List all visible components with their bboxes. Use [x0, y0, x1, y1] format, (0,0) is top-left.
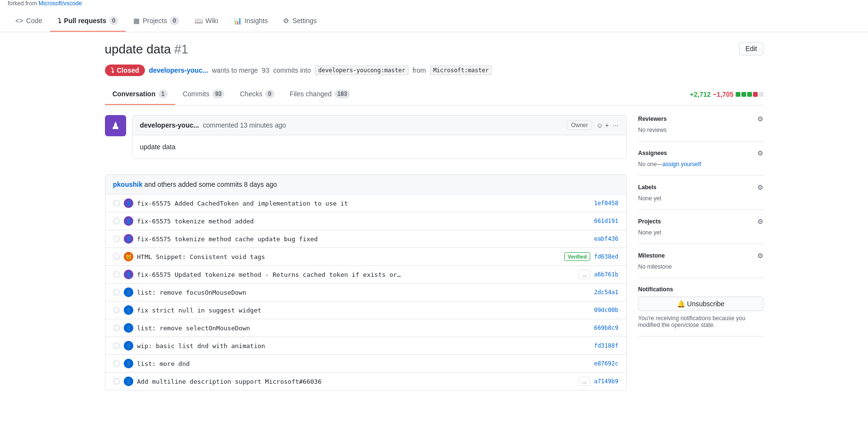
milestone-title: Milestone — [638, 252, 665, 259]
nav-tab-icon-insights: 📊 — [233, 17, 242, 25]
closed-badge: ⤵ Closed — [105, 65, 145, 76]
pr-tab-badge-commits: 93 — [212, 90, 224, 98]
nav-tab-badge-projects: 0 — [170, 16, 179, 25]
nav-tab-projects[interactable]: ▦Projects0 — [126, 11, 186, 32]
commit-ellipsis-button[interactable]: ... — [579, 377, 590, 386]
commit-message: list: more dnd — [137, 360, 590, 367]
projects-gear-icon[interactable]: ⚙ — [757, 218, 764, 225]
commit-dot — [113, 271, 120, 278]
reviewers-value: No reviews — [638, 127, 764, 133]
head-branch[interactable]: Microsoft:master — [430, 65, 492, 75]
nav-tab-insights[interactable]: 📊Insights — [226, 11, 275, 32]
commit-hash[interactable]: fd638ed — [594, 253, 619, 260]
labels-gear-icon[interactable]: ⚙ — [757, 183, 764, 191]
nav-tab-label-code: Code — [26, 17, 42, 25]
diff-bar-4 — [759, 92, 764, 97]
pr-tab-files-changed[interactable]: Files changed183 — [282, 84, 358, 105]
commit-dot — [113, 360, 120, 367]
pr-tab-conversation[interactable]: Conversation1 — [105, 84, 175, 105]
commit-dot — [113, 253, 120, 260]
comment-more-options[interactable]: ··· — [613, 121, 619, 129]
main-layout: ♟ developers-youc... commented 13 minute… — [105, 105, 764, 390]
reviewers-gear-icon[interactable]: ⚙ — [757, 115, 764, 123]
pr-author[interactable]: developers-youc... — [149, 66, 208, 74]
reviewers-title: Reviewers — [638, 116, 667, 122]
assignees-section: Assignees ⚙ No one—assign yourself — [638, 142, 764, 176]
diff-bar-3 — [753, 92, 758, 97]
nav-tab-icon-code: <> — [15, 17, 23, 25]
commit-avatar: 👤 — [124, 305, 133, 315]
commit-row: 👤fix strict null in suggest widget09dc00… — [105, 301, 626, 319]
pr-meta: ⤵ Closed developers-youc... wants to mer… — [105, 63, 764, 84]
milestone-section: Milestone ⚙ No milestone — [638, 244, 764, 278]
pr-title: update data #1 — [105, 42, 189, 57]
commit-avatar: 👤 — [124, 359, 133, 368]
owner-badge: Owner — [567, 120, 592, 130]
base-branch[interactable]: developers-youcong:master — [315, 65, 409, 75]
nav-tab-icon-projects: ▦ — [133, 17, 140, 25]
assignees-title: Assignees — [638, 150, 667, 156]
commit-hash[interactable]: a7149b9 — [594, 378, 619, 385]
commit-hash[interactable]: a6b761b — [594, 271, 619, 278]
nav-tab-code[interactable]: <>Code — [8, 11, 50, 32]
commit-avatar: 👤 — [124, 198, 133, 208]
nav-tab-wiki[interactable]: 📖Wiki — [187, 11, 226, 32]
commit-avatar: 👤 — [124, 341, 133, 351]
commit-dot — [113, 325, 120, 331]
pr-icon: ⤵ — [111, 66, 114, 74]
commit-hash[interactable]: 09dc00b — [594, 307, 619, 313]
commit-message: wip: basic list dnd with animation — [137, 342, 590, 350]
comment-author[interactable]: developers-youc... — [140, 121, 199, 129]
commit-dot — [113, 378, 120, 385]
assignees-gear-icon[interactable]: ⚙ — [757, 149, 764, 157]
commit-hash[interactable]: fd3188f — [594, 342, 619, 349]
commit-row: 👤list: remove selectOnMouseDown669b8c9 — [105, 319, 626, 337]
commit-message: list: remove selectOnMouseDown — [137, 325, 590, 332]
nav-tab-icon-pull-requests: ⤵ — [58, 17, 61, 25]
commit-dot — [113, 200, 120, 207]
nav-tab-label-insights: Insights — [245, 17, 268, 25]
commit-row: 👤fix-65575 Added CachedToken and impleme… — [105, 195, 626, 212]
nav-tab-pull-requests[interactable]: ⤵Pull requests0 — [50, 11, 126, 32]
nav-tab-settings[interactable]: ⚙Settings — [275, 11, 324, 32]
commit-avatar: 👤 — [124, 323, 133, 333]
main-content: ♟ developers-youc... commented 13 minute… — [105, 115, 627, 390]
commit-row: 👤Add multiline description support Micro… — [105, 373, 626, 390]
diff-deletions: −1,705 — [713, 91, 733, 98]
pr-number: #1 — [174, 42, 188, 56]
top-navigation: <>Code⤵Pull requests0▦Projects0📖Wiki📊Ins… — [0, 11, 868, 32]
pr-tab-commits[interactable]: Commits93 — [175, 84, 233, 105]
commit-hash[interactable]: 2dc54a1 — [594, 289, 619, 296]
commit-avatar: 👤 — [124, 287, 133, 297]
unsubscribe-button[interactable]: 🔔 Unsubscribe — [638, 297, 764, 311]
fork-info: forked from Microsoft/vscode — [0, 0, 868, 11]
commit-avatar: 👤 — [124, 377, 133, 386]
commit-message: Add multiline description support Micros… — [137, 378, 575, 385]
commit-avatar: 👤 — [124, 234, 133, 244]
pr-tab-label-checks: Checks — [240, 90, 262, 98]
milestone-gear-icon[interactable]: ⚙ — [757, 252, 764, 260]
diff-stats: +2,712 −1,705 — [690, 84, 763, 105]
edit-button[interactable]: Edit — [739, 42, 763, 55]
commit-ellipsis-button[interactable]: ... — [579, 270, 590, 279]
commit-verified-badge: Verified — [564, 252, 590, 261]
commit-hash[interactable]: 1ef0458 — [594, 200, 619, 207]
commit-message: fix-65575 tokenize method added — [137, 218, 590, 225]
nav-tab-icon-settings: ⚙ — [283, 17, 289, 25]
fork-link[interactable]: Microsoft/vscode — [39, 0, 82, 7]
commit-hash[interactable]: 661d191 — [594, 218, 619, 224]
pr-tab-label-conversation: Conversation — [113, 90, 155, 98]
pr-tab-label-commits: Commits — [183, 90, 209, 98]
commits-author-link[interactable]: pkoushik — [113, 181, 143, 188]
emoji-react-button[interactable]: ☺ + — [596, 121, 609, 129]
assign-yourself-link[interactable]: assign yourself — [662, 161, 701, 168]
commit-hash[interactable]: e87692c — [594, 360, 619, 367]
diff-bar-2 — [747, 92, 752, 97]
comment-thread: ♟ developers-youc... commented 13 minute… — [105, 115, 627, 167]
commit-dot — [113, 235, 120, 242]
commit-hash[interactable]: 669b8c9 — [594, 325, 619, 331]
diff-additions: +2,712 — [690, 91, 711, 98]
pr-tab-checks[interactable]: Checks0 — [232, 84, 282, 105]
commit-hash[interactable]: eabf436 — [594, 235, 619, 242]
commit-row: 👤fix-65575 tokenize method added661d191 — [105, 212, 626, 230]
